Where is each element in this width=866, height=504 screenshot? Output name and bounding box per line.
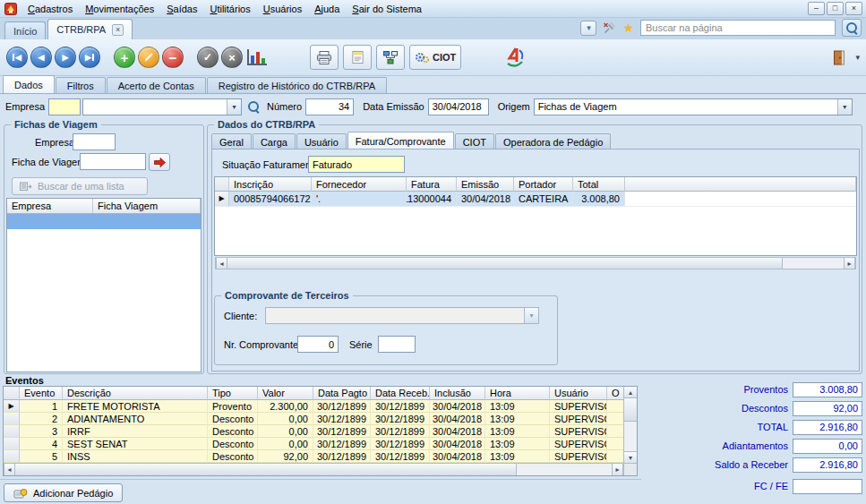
tab-close-icon[interactable]: × — [112, 24, 124, 36]
tab-operadora-pedagio[interactable]: Operadora de Pedágio — [495, 133, 611, 149]
scroll-track[interactable] — [624, 422, 637, 451]
pin-disabled-icon[interactable] — [603, 21, 616, 35]
delete-button[interactable]: − — [162, 47, 184, 68]
scroll-down-icon[interactable]: ▾ — [624, 451, 637, 463]
tab-list-dropdown-button[interactable]: ▾ — [580, 21, 596, 36]
gutter-header — [215, 177, 229, 192]
ficha-go-button[interactable] — [149, 153, 170, 171]
nav-first-button[interactable]: ◀ — [6, 47, 28, 68]
empresa-code-field[interactable] — [48, 98, 81, 115]
list-search-icon — [20, 182, 32, 192]
invoice-button[interactable] — [343, 45, 372, 70]
scroll-left-icon[interactable]: ◂ — [4, 464, 15, 475]
page-tab-acerto-de-contas[interactable]: Acerto de Contas — [107, 77, 206, 93]
serie-field[interactable] — [378, 336, 416, 353]
scroll-right-icon[interactable]: ▸ — [612, 464, 623, 475]
page-tab-registro-historico[interactable]: Registro de Histórico do CTRB/RPA — [207, 77, 387, 93]
scroll-right-icon[interactable]: ▸ — [844, 258, 855, 269]
chevron-down-icon[interactable]: ▾ — [837, 99, 852, 115]
minimize-button[interactable]: – — [808, 2, 825, 15]
cell: 0,00 — [258, 425, 313, 438]
table-row[interactable]: 2 ADIANTAMENTO Desconto 0,00 30/12/1899 … — [4, 413, 623, 425]
numero-field[interactable]: 34 — [305, 98, 354, 115]
table-row[interactable]: ▶ 00085794066172 '. 113000044 30/04/2018… — [215, 192, 856, 207]
eventos-hscrollbar[interactable]: ◂ ▸ — [4, 463, 637, 475]
situacao-faturamento-field[interactable]: Faturado — [308, 156, 405, 173]
adicionar-pedagio-button[interactable]: Adicionar Pedágio — [4, 483, 123, 502]
cancel-button[interactable]: × — [221, 47, 243, 68]
scroll-thumb[interactable] — [15, 464, 517, 475]
table-row[interactable]: 5 INSS Desconto 92,00 30/12/1899 30/12/1… — [4, 450, 623, 463]
edit-button[interactable] — [138, 47, 159, 68]
favorite-star-icon[interactable]: ★ — [622, 21, 634, 34]
column-header: Data Pagto — [313, 387, 371, 400]
ficha-viagem-field[interactable] — [80, 153, 146, 170]
data-emissao-field[interactable]: 30/04/2018 — [428, 98, 489, 115]
print-button[interactable] — [310, 45, 339, 70]
exit-button[interactable] — [826, 44, 853, 71]
workflow-button[interactable] — [376, 45, 405, 70]
cell: 30/04/2018 — [430, 438, 485, 450]
exit-dropdown-icon[interactable]: ▾ — [855, 53, 860, 62]
menu-ajuda[interactable]: Ajuda — [308, 1, 346, 17]
proventos-field[interactable]: 3.008,80 — [793, 382, 862, 397]
menu-usuarios[interactable]: Usuários — [257, 1, 308, 17]
fatura-hscrollbar[interactable]: ◂ ▸ — [215, 257, 856, 269]
tab-carga[interactable]: Carga — [253, 133, 296, 149]
tab-geral[interactable]: Geral — [211, 133, 252, 149]
summary-row: Adiantamentos 0,00 — [643, 438, 862, 454]
scroll-track[interactable] — [517, 464, 612, 475]
total-field[interactable]: 2.916,80 — [793, 420, 862, 435]
scroll-up-icon[interactable]: ▴ — [624, 387, 637, 398]
scroll-thumb[interactable] — [624, 398, 637, 422]
tab-ctrb-rpa[interactable]: CTRB/RPA × — [47, 19, 133, 39]
selected-row[interactable] — [7, 214, 201, 229]
tab-fatura-comprovante[interactable]: Fatura/Comprovante — [347, 132, 454, 149]
saldo-a-receber-field[interactable]: 2.916,80 — [793, 457, 862, 473]
descontos-field[interactable]: 92,00 — [793, 401, 862, 416]
scroll-left-icon[interactable]: ◂ — [216, 258, 227, 269]
table-row[interactable]: ▶ 1 FRETE MOTORISTA Provento 2.300,00 30… — [4, 400, 623, 413]
maximize-button[interactable]: □ — [827, 2, 844, 15]
chevron-down-icon[interactable]: ▾ — [227, 99, 241, 115]
cell: 30/12/1899 — [371, 438, 430, 450]
nav-last-button[interactable]: ▶ — [79, 47, 100, 68]
ciot-button[interactable]: CIOT — [409, 45, 461, 70]
cell: Desconto — [208, 413, 258, 425]
chart-button[interactable] — [247, 49, 267, 65]
fichas-empresa-field[interactable] — [73, 133, 116, 150]
confirm-button[interactable]: ✓ — [197, 47, 219, 68]
cell — [607, 425, 623, 438]
menu-utilitarios[interactable]: Utilitários — [203, 1, 256, 17]
close-button[interactable]: × — [845, 2, 862, 15]
menu-sair-do-sistema[interactable]: Sair do Sistema — [346, 1, 428, 17]
scroll-thumb[interactable] — [227, 258, 783, 269]
tab-ciot[interactable]: CIOT — [455, 133, 494, 149]
eventos-vscrollbar[interactable]: ▴ ▾ — [623, 387, 637, 463]
empresa-search-icon[interactable] — [247, 100, 260, 113]
grid-header-row: Inscrição Fornecedor Fatura Emissão Port… — [215, 177, 856, 192]
cell: 13:09 — [485, 438, 550, 450]
origem-combo[interactable]: Fichas de Viagem ▾ — [534, 98, 853, 115]
summary-row: Saldo a Receber 2.916,80 — [643, 457, 862, 473]
nav-prev-button[interactable]: ◀ — [30, 47, 52, 68]
page-tab-filtros[interactable]: Filtros — [56, 77, 106, 93]
menu-movimentacoes[interactable]: Movimentações — [79, 1, 160, 17]
table-row[interactable]: 4 SEST SENAT Desconto 0,00 30/12/1899 30… — [4, 438, 623, 450]
search-button[interactable] — [842, 19, 862, 37]
page-tab-dados[interactable]: Dados — [3, 75, 55, 93]
adiantamentos-field[interactable]: 0,00 — [793, 439, 862, 454]
scroll-track[interactable] — [783, 258, 844, 269]
tab-inicio[interactable]: Início — [4, 21, 46, 39]
tab-usuario[interactable]: Usuário — [296, 133, 347, 149]
add-button[interactable]: + — [114, 47, 135, 68]
nr-comprovante-field[interactable]: 0 — [297, 336, 339, 353]
menu-saidas[interactable]: Saídas — [160, 1, 203, 17]
search-input[interactable] — [640, 20, 836, 36]
nav-next-button[interactable]: ▶ — [55, 47, 76, 68]
table-row[interactable]: 3 IRRF Desconto 0,00 30/12/1899 30/12/18… — [4, 425, 623, 438]
cell: IRRF — [63, 425, 208, 438]
empresa-combo[interactable]: ▾ — [82, 98, 242, 115]
menu-cadastros[interactable]: Cadastros — [21, 1, 79, 17]
fc-fe-field[interactable] — [793, 479, 862, 494]
